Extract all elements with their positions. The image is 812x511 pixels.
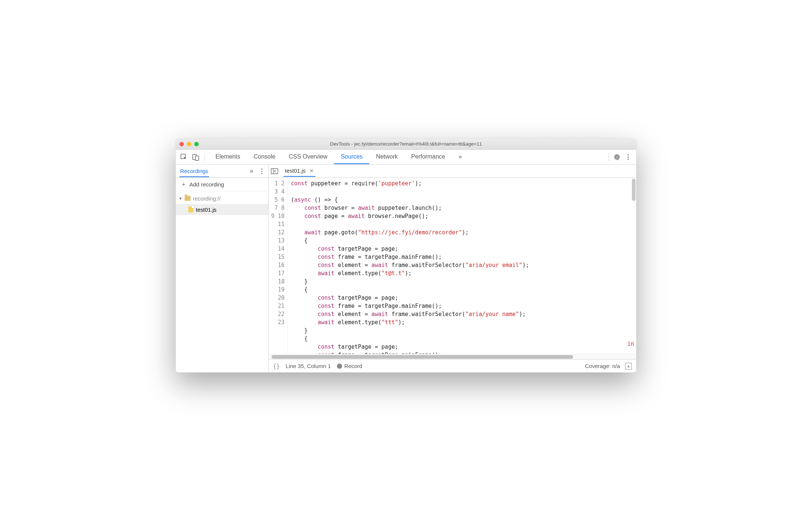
tab-console[interactable]: Console (247, 150, 282, 164)
tree-root[interactable]: ▼ recording:// (176, 193, 268, 204)
file-icon (188, 206, 194, 212)
gear-icon[interactable] (612, 152, 622, 162)
record-button[interactable]: Record (337, 363, 362, 369)
tab-elements[interactable]: Elements (209, 150, 247, 164)
panel-tabs: Elements Console CSS Overview Sources Ne… (209, 150, 468, 164)
svg-rect-2 (195, 156, 199, 160)
navigator-toggle-icon[interactable] (271, 168, 279, 174)
scrollbar-thumb[interactable] (272, 355, 573, 359)
coverage-label: Coverage: n/a (585, 363, 620, 369)
svg-point-4 (627, 156, 629, 157)
sidebar-kebab-icon[interactable] (259, 168, 264, 175)
tab-performance[interactable]: Performance (405, 150, 452, 164)
record-icon (337, 364, 342, 369)
device-toggle-icon[interactable] (191, 152, 201, 162)
truncated-text: in (627, 341, 634, 347)
tabs-overflow[interactable]: » (452, 150, 468, 164)
titlebar: DevTools - jec.fyi/demo/recorder?email=t… (176, 139, 636, 150)
toolbar-divider (205, 153, 205, 161)
pretty-print-icon[interactable]: {} (273, 363, 280, 370)
tab-network[interactable]: Network (369, 150, 405, 164)
file-tree: ▼ recording:// test01.js (176, 191, 268, 217)
toolbar-divider (608, 153, 609, 161)
sidebar-header: Recordings » (176, 165, 268, 178)
code-area[interactable]: 1 2 3 4 5 6 7 8 9 10 11 12 13 14 15 16 1… (269, 178, 636, 354)
tree-root-label: recording:// (193, 195, 221, 202)
maximize-icon[interactable] (194, 142, 199, 146)
svg-point-5 (627, 159, 629, 160)
sidebar: Recordings » ＋ Add recording ▼ recording… (176, 165, 269, 372)
panel-body: Recordings » ＋ Add recording ▼ recording… (176, 165, 636, 372)
close-icon[interactable] (179, 142, 184, 146)
main-toolbar: Elements Console CSS Overview Sources Ne… (176, 150, 636, 165)
collapse-drawer-icon[interactable]: ▲ (625, 363, 632, 370)
cursor-position: Line 35, Column 1 (286, 363, 331, 369)
svg-point-8 (262, 173, 263, 174)
vertical-scrollbar[interactable] (632, 179, 636, 201)
tab-sources[interactable]: Sources (334, 150, 369, 164)
sidebar-overflow[interactable]: » (250, 167, 253, 175)
chevron-down-icon: ▼ (179, 196, 182, 201)
editor-tabbar: test01.js ✕ (269, 165, 636, 178)
svg-point-6 (262, 168, 263, 169)
svg-point-3 (627, 154, 629, 155)
editor-pane: test01.js ✕ 1 2 3 4 5 6 7 8 9 10 11 12 1… (269, 165, 636, 372)
record-label: Record (344, 363, 362, 369)
traffic-lights (179, 142, 199, 146)
sidebar-tab-recordings[interactable]: Recordings (179, 165, 209, 177)
minimize-icon[interactable] (187, 142, 191, 146)
tab-css-overview[interactable]: CSS Overview (282, 150, 334, 164)
code-content[interactable]: const puppeteer = require('puppeteer'); … (288, 178, 636, 354)
editor-file-name: test01.js (285, 167, 306, 174)
tree-file[interactable]: test01.js (176, 204, 268, 215)
devtools-window: DevTools - jec.fyi/demo/recorder?email=t… (176, 139, 636, 372)
folder-icon (185, 196, 191, 201)
plus-icon: ＋ (181, 181, 186, 188)
window-title: DevTools - jec.fyi/demo/recorder?email=t… (179, 141, 633, 147)
svg-point-7 (262, 170, 263, 172)
close-tab-icon[interactable]: ✕ (309, 168, 314, 174)
horizontal-scrollbar[interactable] (269, 354, 636, 359)
add-recording-button[interactable]: ＋ Add recording (176, 178, 268, 191)
editor-file-tab[interactable]: test01.js ✕ (283, 165, 315, 177)
status-bar: {} Line 35, Column 1 Record Coverage: n/… (269, 359, 636, 372)
add-recording-label: Add recording (189, 181, 224, 188)
tree-file-label: test01.js (196, 206, 217, 213)
inspect-icon[interactable] (179, 152, 189, 162)
line-gutter: 1 2 3 4 5 6 7 8 9 10 11 12 13 14 15 16 1… (269, 178, 288, 354)
kebab-icon[interactable] (623, 152, 633, 162)
